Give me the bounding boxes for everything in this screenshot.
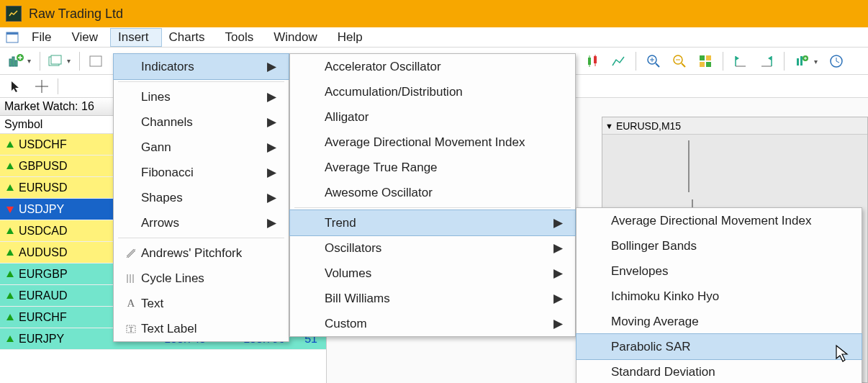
menu-item[interactable]: Custom▶ bbox=[290, 311, 575, 336]
menu-item[interactable]: AText bbox=[114, 291, 289, 316]
auto-scroll-icon[interactable] bbox=[756, 50, 777, 72]
submenu-arrow-icon: ▶ bbox=[553, 215, 562, 230]
dropdown-icon[interactable]: ▾ bbox=[27, 57, 35, 65]
symbol-name: USDJPY bbox=[19, 203, 127, 216]
menu-item-label: Awesome Oscillator bbox=[325, 186, 553, 200]
menu-view[interactable]: View bbox=[64, 29, 111, 46]
svg-rect-7 bbox=[51, 55, 61, 64]
periodicity-icon[interactable] bbox=[826, 50, 847, 72]
submenu-arrow-icon: ▶ bbox=[267, 165, 276, 180]
symbol-name: EURGBP bbox=[19, 268, 127, 281]
menu-item[interactable]: Bollinger Bands bbox=[577, 233, 862, 258]
submenu-arrow-icon: ▶ bbox=[267, 89, 276, 104]
insert-submenu: Indicators▶Lines▶Channels▶Gann▶Fibonacci… bbox=[113, 53, 289, 342]
submenu-arrow-icon: ▶ bbox=[267, 59, 276, 74]
indicators-submenu: Accelerator OscillatorAccumulation/Distr… bbox=[289, 53, 576, 337]
menu-item-label: Custom bbox=[325, 317, 553, 331]
menu-file[interactable]: File bbox=[24, 29, 64, 46]
menu-window[interactable]: Window bbox=[266, 29, 330, 46]
menu-help[interactable]: Help bbox=[330, 29, 376, 46]
shift-chart-icon[interactable] bbox=[730, 50, 751, 72]
svg-rect-4 bbox=[15, 60, 17, 66]
menu-item-label: Accumulation/Distribution bbox=[325, 85, 553, 99]
menu-item-label: Average True Range bbox=[325, 161, 553, 175]
up-arrow-icon bbox=[4, 313, 16, 322]
menu-item[interactable]: TText Label bbox=[114, 316, 289, 341]
svg-line-14 bbox=[656, 63, 659, 67]
svg-rect-1 bbox=[6, 32, 18, 35]
zoom-in-icon[interactable] bbox=[643, 50, 664, 72]
up-arrow-icon bbox=[4, 248, 16, 257]
indicators-list-icon[interactable] bbox=[791, 50, 813, 72]
toolbar-icon[interactable] bbox=[85, 50, 107, 72]
svg-rect-3 bbox=[12, 57, 14, 66]
symbol-name: GBPUSD bbox=[19, 160, 127, 173]
menu-item-label: Text Label bbox=[141, 322, 267, 336]
menu-item[interactable]: Oscillators▶ bbox=[290, 235, 575, 261]
menu-item-label: Envelopes bbox=[611, 264, 840, 279]
profiles-button[interactable] bbox=[45, 50, 67, 72]
dropdown-icon[interactable]: ▾ bbox=[814, 58, 821, 66]
menu-item[interactable]: Trend▶ bbox=[290, 210, 575, 235]
menu-item-label: Average Directional Movement Index bbox=[611, 214, 840, 228]
menu-item-label: Bollinger Bands bbox=[611, 239, 840, 253]
menu-item[interactable]: Channels▶ bbox=[114, 109, 289, 135]
menu-item-label: Indicators bbox=[141, 60, 267, 74]
menu-item[interactable]: Parabolic SAR bbox=[577, 334, 862, 359]
menu-item[interactable]: Arrows▶ bbox=[114, 210, 289, 235]
menu-item-label: Arrows bbox=[141, 216, 267, 230]
menu-item-label: Trend bbox=[325, 216, 553, 230]
menu-item[interactable]: Volumes▶ bbox=[290, 261, 575, 286]
tile-windows-icon[interactable] bbox=[695, 50, 716, 72]
menu-item[interactable]: Lines▶ bbox=[114, 84, 289, 109]
menu-item[interactable]: Envelopes bbox=[577, 258, 862, 284]
up-arrow-icon bbox=[4, 184, 16, 192]
menu-item[interactable]: Fibonacci▶ bbox=[114, 160, 289, 185]
menu-item-label: Ichimoku Kinko Hyo bbox=[611, 289, 840, 304]
menu-item-label: Alligator bbox=[325, 110, 553, 125]
zoom-out-icon[interactable] bbox=[669, 50, 690, 72]
up-arrow-icon bbox=[4, 140, 16, 149]
crosshair-tool-icon[interactable] bbox=[32, 77, 52, 96]
menu-item[interactable]: Indicators▶ bbox=[114, 54, 289, 79]
dropdown-icon[interactable]: ▾ bbox=[67, 57, 74, 65]
menu-item[interactable]: Accumulation/Distribution bbox=[290, 79, 575, 104]
menu-item[interactable]: Gann▶ bbox=[114, 135, 289, 160]
submenu-arrow-icon: ▶ bbox=[553, 316, 562, 331]
submenu-arrow-icon: ▶ bbox=[267, 140, 276, 155]
menu-item-icon bbox=[121, 273, 141, 284]
menu-item-label: Volumes bbox=[325, 266, 553, 281]
menu-insert[interactable]: Insert bbox=[111, 29, 162, 46]
submenu-arrow-icon: ▶ bbox=[267, 114, 276, 130]
menu-item[interactable]: Standard Deviation bbox=[577, 359, 862, 383]
menu-item[interactable]: Bill Williams▶ bbox=[290, 286, 575, 311]
cursor-tool-icon[interactable] bbox=[6, 77, 26, 96]
svg-rect-29 bbox=[800, 56, 803, 66]
down-arrow-icon bbox=[4, 205, 16, 214]
svg-line-18 bbox=[682, 63, 685, 67]
menu-item[interactable]: Average True Range bbox=[290, 155, 575, 180]
new-chart-button[interactable] bbox=[6, 50, 27, 72]
up-arrow-icon bbox=[4, 162, 16, 171]
menu-charts[interactable]: Charts bbox=[161, 29, 217, 46]
menu-item[interactable]: Andrews' Pitchfork bbox=[114, 240, 289, 266]
candlestick-icon[interactable] bbox=[582, 50, 603, 72]
menu-item-label: Cycle Lines bbox=[141, 271, 267, 286]
menu-item[interactable]: Shapes▶ bbox=[114, 185, 289, 210]
up-arrow-icon bbox=[4, 292, 16, 300]
line-chart-icon[interactable] bbox=[607, 50, 629, 72]
menu-item[interactable]: Alligator bbox=[290, 104, 575, 130]
submenu-arrow-icon: ▶ bbox=[267, 190, 276, 205]
menu-item[interactable]: Ichimoku Kinko Hyo bbox=[577, 284, 862, 309]
svg-line-33 bbox=[836, 61, 839, 63]
menu-item-icon bbox=[121, 248, 141, 259]
menu-item[interactable]: Average Directional Movement Index bbox=[577, 208, 862, 233]
menu-icon bbox=[4, 31, 20, 44]
menu-item-label: Moving Average bbox=[611, 315, 840, 329]
menu-item[interactable]: Cycle Lines bbox=[114, 266, 289, 291]
menu-item[interactable]: Moving Average bbox=[577, 309, 862, 334]
menu-item[interactable]: Accelerator Oscillator bbox=[290, 54, 575, 79]
menu-tools[interactable]: Tools bbox=[218, 29, 267, 46]
menu-item[interactable]: Awesome Oscillator bbox=[290, 180, 575, 205]
menu-item[interactable]: Average Directional Movement Index bbox=[290, 130, 575, 155]
